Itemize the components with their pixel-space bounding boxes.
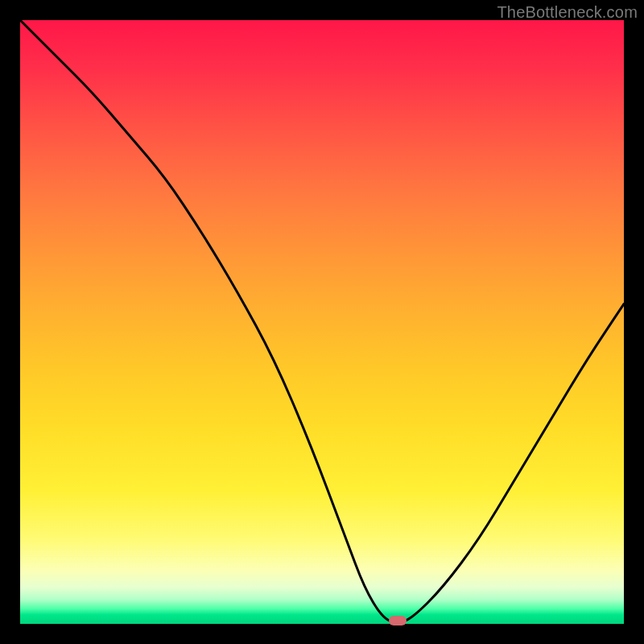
optimal-point-marker (389, 616, 407, 625)
curve-svg (20, 20, 624, 624)
chart-frame: TheBottleneck.com (0, 0, 644, 644)
plot-area (20, 20, 624, 624)
watermark-text: TheBottleneck.com (497, 3, 638, 22)
bottleneck-curve-path (20, 20, 624, 622)
